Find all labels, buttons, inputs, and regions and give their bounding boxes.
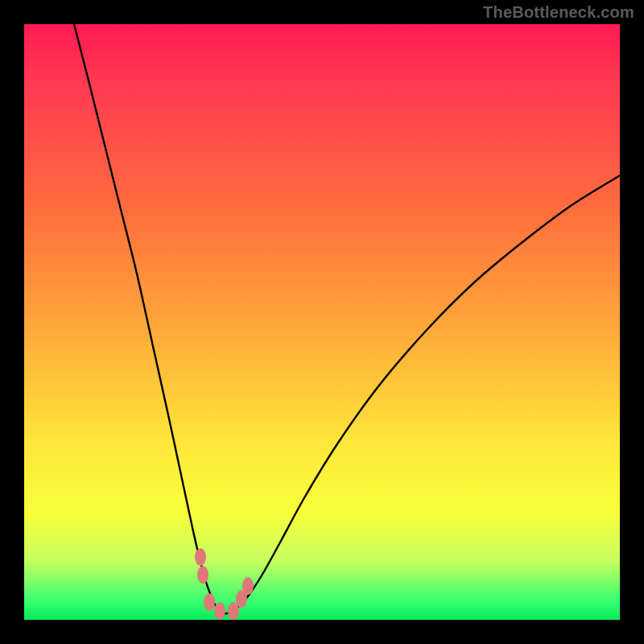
curve-marker <box>204 593 215 611</box>
curve-marker <box>195 548 206 566</box>
bottleneck-curve <box>74 24 620 613</box>
curve-marker <box>197 566 208 584</box>
curve-markers <box>195 548 254 620</box>
curve-marker <box>214 602 225 620</box>
plot-area <box>24 24 620 620</box>
chart-frame: TheBottleneck.com <box>0 0 644 644</box>
watermark-text: TheBottleneck.com <box>483 3 634 22</box>
curve-marker <box>242 577 254 595</box>
bottleneck-curve-layer <box>24 24 620 620</box>
